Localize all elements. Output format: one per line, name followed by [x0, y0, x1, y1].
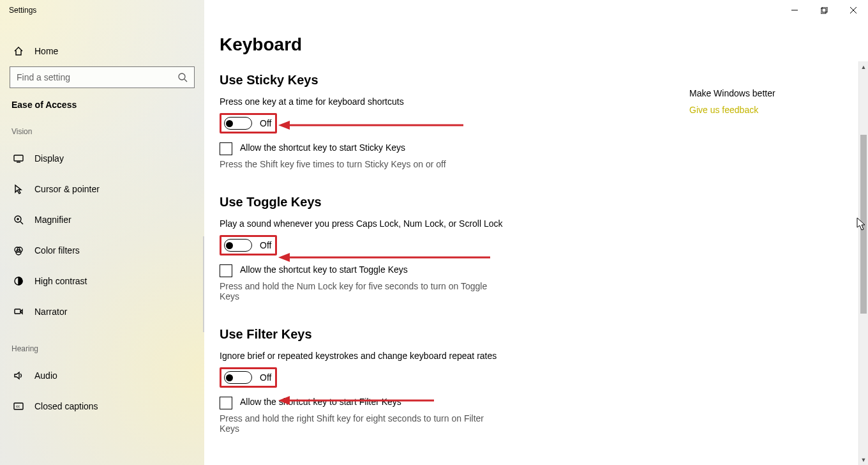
feedback-link[interactable]: Give us feedback — [689, 105, 830, 115]
highcontrast-icon — [11, 276, 26, 286]
right-panel: Make Windows better Give us feedback — [689, 88, 830, 115]
svg-text:cc: cc — [16, 404, 20, 408]
cursor-icon — [11, 184, 26, 194]
minimize-button[interactable] — [780, 0, 809, 20]
sidebar-item-label: Color filters — [34, 245, 80, 255]
svg-rect-17 — [15, 309, 20, 314]
svg-rect-2 — [822, 7, 827, 12]
annotation-box: Off — [220, 113, 277, 133]
annotation-box: Off — [220, 235, 277, 255]
magnifier-icon — [11, 215, 26, 225]
sidebar-item-label: Closed captions — [34, 401, 98, 411]
sidebar: Home Ease of Access Vision Display Curso… — [0, 0, 204, 465]
annotation-box: Off — [220, 367, 277, 388]
main-content: Keyboard Use Sticky Keys Press one key a… — [204, 20, 858, 465]
section-filter-keys: Use Filter Keys Ignore brief or repeated… — [220, 327, 513, 434]
sidebar-item-magnifier[interactable]: Magnifier — [0, 204, 204, 235]
section-heading: Use Sticky Keys — [220, 73, 513, 88]
sidebar-item-narrator[interactable]: Narrator — [0, 296, 204, 327]
sidebar-group-hearing: Hearing — [0, 340, 204, 358]
svg-rect-7 — [14, 155, 23, 161]
sidebar-item-display[interactable]: Display — [0, 143, 204, 174]
toggle-state: Off — [260, 240, 271, 250]
section-toggle-keys: Use Toggle Keys Play a sound whenever yo… — [220, 195, 513, 301]
closedcaptions-icon: cc — [11, 401, 26, 411]
sidebar-item-label: Audio — [34, 370, 57, 381]
svg-line-6 — [184, 79, 187, 82]
svg-point-5 — [179, 73, 185, 80]
sidebar-item-colorfilters[interactable]: Color filters — [0, 235, 204, 266]
toggle-knob — [226, 374, 233, 381]
sidebar-item-label: Magnifier — [34, 215, 71, 225]
checkbox-label: Allow the shortcut key to start Filter K… — [240, 397, 401, 407]
search-input[interactable] — [10, 66, 195, 88]
section-desc: Press one key at a time for keyboard sho… — [220, 96, 513, 107]
maximize-icon — [821, 7, 828, 14]
toggle-keys-toggle[interactable] — [224, 239, 252, 252]
colorfilters-icon — [11, 245, 26, 255]
sidebar-item-label: Display — [34, 153, 64, 164]
sidebar-group-vision: Vision — [0, 123, 204, 141]
checkbox-label: Allow the shortcut key to start Toggle K… — [240, 264, 408, 275]
section-hint: Press and hold the right Shift key for e… — [220, 413, 488, 434]
section-heading: Use Filter Keys — [220, 327, 513, 342]
sidebar-home[interactable]: Home — [0, 36, 204, 66]
scrollbar[interactable]: ▲ ▼ — [858, 61, 868, 465]
audio-icon — [11, 370, 26, 381]
sidebar-item-cursor[interactable]: Cursor & pointer — [0, 174, 204, 204]
search-icon — [177, 72, 188, 82]
display-icon — [11, 153, 26, 164]
sidebar-item-closedcaptions[interactable]: cc Closed captions — [0, 391, 204, 422]
sidebar-item-label: Narrator — [34, 307, 67, 317]
close-icon — [850, 7, 857, 13]
maximize-button[interactable] — [809, 0, 839, 20]
window-controls — [780, 0, 868, 20]
mouse-cursor — [857, 217, 867, 231]
section-heading: Use Toggle Keys — [220, 195, 513, 210]
section-desc: Ignore brief or repeated keystrokes and … — [220, 351, 513, 361]
toggle-state: Off — [260, 118, 271, 128]
sidebar-category: Ease of Access — [0, 100, 204, 110]
scroll-down-arrow[interactable]: ▼ — [859, 454, 868, 465]
sidebar-item-audio[interactable]: Audio — [0, 360, 204, 391]
toggle-knob — [226, 242, 233, 249]
svg-line-10 — [20, 222, 23, 224]
section-desc: Play a sound whenever you press Caps Loc… — [220, 218, 513, 229]
sidebar-item-label: High contrast — [34, 276, 87, 286]
app-title: Settings — [0, 6, 36, 15]
checkbox-label: Allow the shortcut key to start Sticky K… — [240, 142, 405, 153]
search-field[interactable] — [17, 72, 177, 82]
toggle-keys-shortcut-checkbox[interactable] — [220, 264, 232, 277]
filter-keys-shortcut-checkbox[interactable] — [220, 397, 232, 409]
sidebar-item-label: Cursor & pointer — [34, 184, 100, 194]
scroll-up-arrow[interactable]: ▲ — [859, 61, 868, 72]
close-button[interactable] — [839, 0, 868, 20]
sidebar-item-highcontrast[interactable]: High contrast — [0, 266, 204, 296]
filter-keys-toggle[interactable] — [224, 371, 252, 384]
right-panel-heading: Make Windows better — [689, 88, 830, 98]
svg-rect-1 — [821, 8, 826, 13]
narrator-icon — [11, 307, 26, 317]
toggle-knob — [226, 120, 233, 127]
minimize-icon — [791, 7, 798, 13]
sticky-keys-toggle[interactable] — [224, 117, 252, 130]
page-title: Keyboard — [220, 34, 858, 55]
section-sticky-keys: Use Sticky Keys Press one key at a time … — [220, 73, 513, 169]
home-icon — [11, 46, 26, 56]
section-hint: Press the Shift key five times to turn S… — [220, 159, 488, 169]
toggle-state: Off — [260, 372, 271, 383]
sidebar-home-label: Home — [34, 46, 58, 56]
section-hint: Press and hold the Num Lock key for five… — [220, 281, 488, 301]
sticky-keys-shortcut-checkbox[interactable] — [220, 142, 232, 155]
titlebar: Settings — [0, 0, 868, 20]
